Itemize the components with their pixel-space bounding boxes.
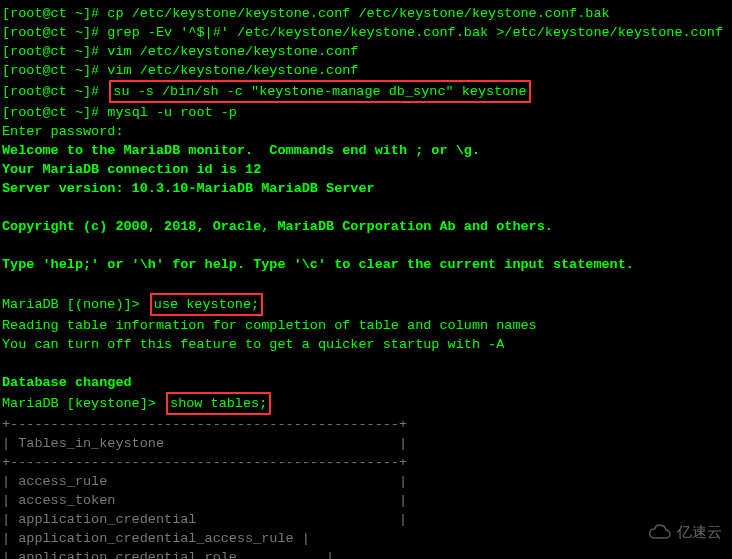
- watermark: 亿速云: [647, 522, 722, 541]
- terminal-line: [root@ct ~]# vim /etc/keystone/keystone.…: [2, 42, 730, 61]
- table-border: +---------------------------------------…: [2, 453, 730, 472]
- table-border: +---------------------------------------…: [2, 415, 730, 434]
- cmd-vim2: vim /etc/keystone/keystone.conf: [107, 63, 358, 78]
- output-enter-password: Enter password:: [2, 122, 730, 141]
- output-copyright: Copyright (c) 2000, 2018, Oracle, MariaD…: [2, 217, 730, 236]
- prompt: [root@ct ~]#: [2, 63, 107, 78]
- prompt: [root@ct ~]#: [2, 25, 107, 40]
- cmd-mysql: mysql -u root -p: [107, 105, 237, 120]
- terminal-line: [root@ct ~]# cp /etc/keystone/keystone.c…: [2, 4, 730, 23]
- blank-line: [2, 236, 730, 255]
- terminal-line: MariaDB [keystone]> show tables;: [2, 392, 730, 415]
- prompt: [root@ct ~]#: [2, 6, 107, 21]
- highlight-use-keystone: use keystone;: [150, 293, 263, 316]
- output-db-changed: Database changed: [2, 373, 730, 392]
- terminal-line: [root@ct ~]# su -s /bin/sh -c "keystone-…: [2, 80, 730, 103]
- terminal-line: [root@ct ~]# grep -Ev '^$|#' /etc/keysto…: [2, 23, 730, 42]
- prompt: [root@ct ~]#: [2, 44, 107, 59]
- blank-line: [2, 198, 730, 217]
- blank-line: [2, 354, 730, 373]
- output-server-version: Server version: 10.3.10-MariaDB MariaDB …: [2, 179, 730, 198]
- cmd-vim1: vim /etc/keystone/keystone.conf: [107, 44, 358, 59]
- mariadb-keystone-prompt: MariaDB [keystone]>: [2, 396, 164, 411]
- output-conn-id: Your MariaDB connection id is 12: [2, 160, 730, 179]
- cloud-icon: [647, 523, 673, 541]
- terminal-line: MariaDB [(none)]> use keystone;: [2, 293, 730, 316]
- table-row: | access_token |: [2, 491, 730, 510]
- table-header: | Tables_in_keystone |: [2, 434, 730, 453]
- output-help: Type 'help;' or '\h' for help. Type '\c'…: [2, 255, 730, 274]
- highlight-su-command: su -s /bin/sh -c "keystone-manage db_syn…: [109, 80, 530, 103]
- cmd-grep: grep -Ev '^$|#' /etc/keystone/keystone.c…: [107, 25, 723, 40]
- prompt: [root@ct ~]#: [2, 84, 107, 99]
- watermark-text: 亿速云: [677, 522, 722, 541]
- mariadb-none-prompt: MariaDB [(none)]>: [2, 297, 148, 312]
- table-row: | application_credential_role |: [2, 548, 730, 559]
- cmd-cp: cp /etc/keystone/keystone.conf /etc/keys…: [107, 6, 609, 21]
- output-reading: Reading table information for completion…: [2, 316, 730, 335]
- table-row: | application_credential_access_rule |: [2, 529, 730, 548]
- table-row: | application_credential |: [2, 510, 730, 529]
- prompt: [root@ct ~]#: [2, 105, 107, 120]
- output-turnoff: You can turn off this feature to get a q…: [2, 335, 730, 354]
- terminal-line: [root@ct ~]# vim /etc/keystone/keystone.…: [2, 61, 730, 80]
- table-row: | access_rule |: [2, 472, 730, 491]
- blank-line: [2, 274, 730, 293]
- output-welcome: Welcome to the MariaDB monitor. Commands…: [2, 141, 730, 160]
- terminal-line: [root@ct ~]# mysql -u root -p: [2, 103, 730, 122]
- highlight-show-tables: show tables;: [166, 392, 271, 415]
